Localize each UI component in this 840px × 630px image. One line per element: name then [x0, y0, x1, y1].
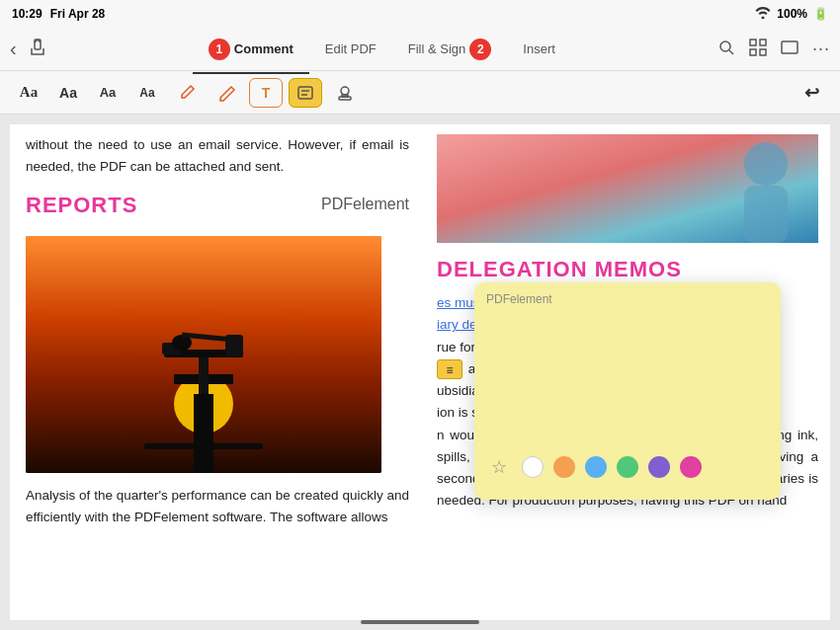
- sticky-note-popup[interactable]: PDFelement ☆: [474, 282, 781, 500]
- tab-insert[interactable]: Insert: [507, 36, 571, 62]
- svg-rect-13: [194, 394, 213, 473]
- wifi-icon: [755, 7, 771, 22]
- tab-comment[interactable]: 1 Comment: [193, 33, 309, 66]
- svg-rect-24: [744, 186, 788, 243]
- home-indicator: [361, 620, 479, 624]
- annotation-toolbar: Aa Aa Aa Aa T ↩: [0, 71, 840, 115]
- stamp-tool[interactable]: [328, 78, 362, 108]
- tab-fill-sign[interactable]: Fill & Sign 2: [392, 33, 508, 66]
- grid-icon[interactable]: [749, 39, 767, 60]
- battery-icon: 🔋: [813, 7, 828, 21]
- window-icon[interactable]: [781, 39, 798, 60]
- svg-point-23: [744, 142, 788, 186]
- pencil-tool[interactable]: [170, 78, 204, 108]
- tab-insert-label: Insert: [523, 41, 555, 56]
- back-button[interactable]: ‹: [10, 38, 17, 60]
- sticky-note-author: PDFelement: [486, 292, 769, 306]
- text-tool-tiny[interactable]: Aa: [130, 78, 164, 108]
- sticky-note-content[interactable]: [486, 312, 769, 440]
- text-tool-normal[interactable]: Aa: [51, 78, 85, 108]
- text-tool-serif[interactable]: Aa: [12, 78, 45, 108]
- tab-fill-sign-label: Fill & Sign: [408, 41, 466, 56]
- svg-rect-4: [750, 49, 756, 55]
- svg-rect-6: [782, 41, 798, 53]
- left-column: without the need to use an email service…: [10, 124, 425, 620]
- fill-sign-badge: 2: [469, 39, 491, 60]
- eraser-tool[interactable]: [210, 78, 243, 108]
- oil-field-image: [26, 236, 381, 473]
- intro-text: without the need to use an email service…: [26, 134, 409, 179]
- svg-rect-15: [199, 354, 209, 394]
- content-area: without the need to use an email service…: [0, 115, 840, 630]
- color-blue[interactable]: [585, 456, 607, 478]
- svg-rect-21: [144, 443, 263, 449]
- time-display: 10:29: [12, 7, 42, 21]
- color-orange[interactable]: [553, 456, 575, 478]
- analysis-text: Analysis of the quarter's performance ca…: [26, 485, 409, 529]
- text-tool-small[interactable]: Aa: [91, 78, 125, 108]
- svg-rect-3: [760, 39, 766, 45]
- svg-point-10: [341, 87, 349, 95]
- svg-rect-5: [760, 49, 766, 55]
- text-highlight-tool[interactable]: T: [249, 78, 283, 108]
- sticky-star-icon[interactable]: ☆: [486, 454, 512, 480]
- sticky-note-textarea[interactable]: [486, 312, 769, 431]
- tab-edit-pdf[interactable]: Edit PDF: [309, 36, 392, 62]
- pdfelement-logo-left: PDFelement: [321, 196, 409, 213]
- comment-badge: 1: [209, 39, 230, 60]
- svg-point-1: [720, 41, 730, 51]
- delegation-title: DELEGATION MEMOS: [437, 257, 818, 282]
- color-green[interactable]: [617, 456, 638, 478]
- battery-label: 100%: [777, 7, 807, 21]
- tab-comment-label: Comment: [234, 41, 294, 56]
- top-navigation: ‹ 1 Comment Edit PDF Fill & Sign 2 Inser…: [0, 28, 840, 71]
- sticky-note-tool[interactable]: [289, 78, 322, 108]
- sticky-note-footer: ☆: [486, 448, 769, 480]
- pdf-page: without the need to use an email service…: [10, 124, 830, 620]
- svg-rect-2: [750, 39, 756, 45]
- date-display: Fri Apr 28: [50, 7, 106, 21]
- tab-edit-pdf-label: Edit PDF: [325, 41, 377, 56]
- color-purple[interactable]: [648, 456, 670, 478]
- more-button[interactable]: ···: [812, 39, 830, 59]
- header-image: [437, 134, 818, 243]
- color-white[interactable]: [522, 456, 544, 478]
- search-icon[interactable]: [717, 39, 735, 60]
- svg-rect-7: [298, 87, 312, 99]
- undo-button[interactable]: ↩: [795, 78, 828, 108]
- oil-pump-silhouette: [105, 276, 302, 473]
- svg-rect-12: [342, 95, 348, 97]
- right-column: DELEGATION MEMOS es must be able to dele…: [425, 124, 830, 620]
- status-bar: 10:29 Fri Apr 28 100% 🔋: [0, 0, 840, 28]
- color-pink[interactable]: [680, 456, 702, 478]
- share-button[interactable]: [29, 39, 46, 60]
- reports-title: REPORTS: [26, 193, 137, 218]
